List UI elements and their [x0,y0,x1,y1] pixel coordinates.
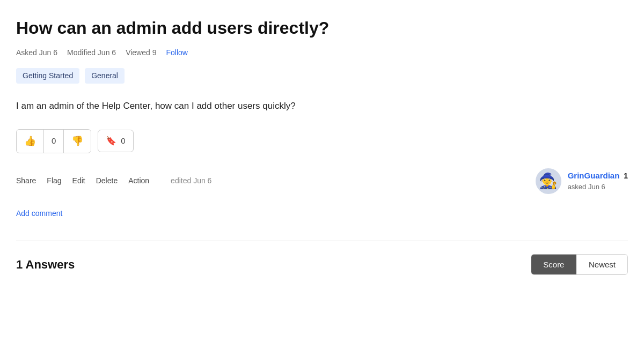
bookmark-icon: 🔖 [106,135,116,147]
upvote-button[interactable]: 👍 [17,130,43,152]
avatar-emoji: 🧙 [539,170,558,192]
viewed-count: Viewed 9 [126,47,156,58]
vote-group: 👍 0 👎 [16,129,91,153]
question-title: How can an admin add users directly? [16,17,628,39]
vote-count: 0 [43,130,64,153]
sort-score-button[interactable]: Score [531,255,576,274]
bookmark-count: 0 [121,135,125,147]
delete-link[interactable]: Delete [96,175,118,187]
add-comment-link[interactable]: Add comment [16,208,62,219]
downvote-button[interactable]: 👎 [64,130,91,152]
vote-row: 👍 0 👎 🔖 0 [16,129,628,153]
modified-date: Modified Jun 6 [67,47,116,58]
user-rep: 1 [624,171,628,180]
flag-link[interactable]: Flag [47,175,61,187]
share-link[interactable]: Share [16,175,36,187]
sort-newest-button[interactable]: Newest [577,255,627,274]
bookmark-button[interactable]: 🔖 0 [98,130,133,152]
edit-link[interactable]: Edit [72,175,85,187]
avatar: 🧙 [536,168,561,194]
answers-row: 1 Answers Score Newest [16,254,628,275]
asked-date: Asked Jun 6 [16,47,57,58]
divider [16,241,628,241]
tags-row: Getting Started General [16,68,628,84]
user-info: GrinGuardian 1 asked Jun 6 [568,170,628,192]
question-body: I am an admin of the Help Center, how ca… [16,99,628,113]
user-name-link[interactable]: GrinGuardian [568,171,620,180]
action-row: Share Flag Edit Delete Action edited Jun… [16,168,628,194]
answers-title: 1 Answers [16,256,75,273]
action-link[interactable]: Action [128,175,149,187]
user-card: 🧙 GrinGuardian 1 asked Jun 6 [536,168,628,194]
follow-button[interactable]: Follow [166,47,187,58]
sort-buttons: Score Newest [531,254,628,275]
tag-getting-started[interactable]: Getting Started [16,68,79,84]
meta-row: Asked Jun 6 Modified Jun 6 Viewed 9 Foll… [16,47,628,58]
edited-text: edited Jun 6 [171,175,211,187]
user-asked-label: asked Jun 6 [568,182,628,192]
tag-general[interactable]: General [85,68,125,84]
